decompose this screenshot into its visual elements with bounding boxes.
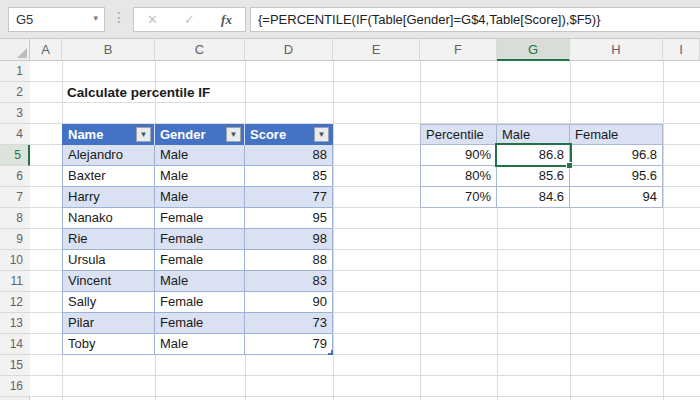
gender-cell[interactable]: Male bbox=[155, 271, 245, 292]
score-cell[interactable]: 95 bbox=[245, 208, 333, 229]
name-box[interactable]: G5 ▾ bbox=[8, 7, 105, 32]
select-all-triangle-icon bbox=[17, 48, 27, 58]
name-box-dropdown-icon[interactable]: ▾ bbox=[93, 13, 98, 23]
name-cell[interactable]: Sally bbox=[62, 292, 155, 313]
name-box-value: G5 bbox=[16, 10, 33, 30]
row-header-12[interactable]: 12 bbox=[0, 292, 30, 313]
header-cell-gender[interactable]: Gender ▼ bbox=[155, 124, 245, 145]
select-all-button[interactable] bbox=[0, 39, 30, 61]
score-cell[interactable]: 83 bbox=[245, 271, 333, 292]
row-header-5-selected[interactable]: 5 bbox=[0, 145, 30, 166]
row-header-4[interactable]: 4 bbox=[0, 124, 30, 145]
filter-dropdown-icon[interactable]: ▼ bbox=[314, 127, 329, 142]
name-cell[interactable]: Vincent bbox=[62, 271, 155, 292]
data-table: Name ▼ Gender ▼ Score ▼ Alejandro Male 8… bbox=[62, 124, 334, 355]
name-cell[interactable]: Rie bbox=[62, 229, 155, 250]
insert-function-icon[interactable]: fx bbox=[221, 8, 232, 31]
male-value-cell[interactable]: 85.6 bbox=[497, 166, 570, 187]
score-cell[interactable]: 90 bbox=[245, 292, 333, 313]
formula-input[interactable]: {=PERCENTILE(IF(Table[Gender]=G$4,Table[… bbox=[250, 7, 700, 32]
enter-icon[interactable]: ✓ bbox=[184, 8, 195, 31]
female-header-cell[interactable]: Female bbox=[570, 124, 663, 145]
column-header-a[interactable]: A bbox=[30, 39, 62, 61]
female-value-cell[interactable]: 96.8 bbox=[570, 145, 663, 166]
table-row: Vincent Male 83 bbox=[62, 271, 334, 292]
score-cell[interactable]: 85 bbox=[245, 166, 333, 187]
column-header-i[interactable]: I bbox=[663, 39, 700, 61]
row-header-6[interactable]: 6 bbox=[0, 166, 30, 187]
gender-cell[interactable]: Female bbox=[155, 250, 245, 271]
table-row: Ursula Female 88 bbox=[62, 250, 334, 271]
name-cell[interactable]: Pilar bbox=[62, 313, 155, 334]
column-header-c[interactable]: C bbox=[155, 39, 245, 61]
name-cell[interactable]: Ursula bbox=[62, 250, 155, 271]
formula-bar-buttons: ✕ ✓ fx bbox=[133, 7, 246, 32]
column-header-h[interactable]: H bbox=[570, 39, 663, 61]
score-cell[interactable]: 79 bbox=[245, 334, 333, 355]
column-header-f[interactable]: F bbox=[420, 39, 497, 61]
sheet-title[interactable]: Calculate percentile IF bbox=[67, 82, 210, 103]
gender-cell[interactable]: Female bbox=[155, 292, 245, 313]
gridline bbox=[570, 61, 571, 400]
female-value-cell[interactable]: 95.6 bbox=[570, 166, 663, 187]
name-cell[interactable]: Nanako bbox=[62, 208, 155, 229]
gender-cell[interactable]: Female bbox=[155, 229, 245, 250]
score-cell[interactable]: 73 bbox=[245, 313, 333, 334]
row-header-13[interactable]: 13 bbox=[0, 313, 30, 334]
male-value-cell-selected[interactable]: 86.8 bbox=[497, 145, 570, 166]
female-value-cell[interactable]: 94 bbox=[570, 187, 663, 208]
percentile-header-row: Percentile Male Female bbox=[420, 124, 664, 145]
column-header-g-selected[interactable]: G bbox=[497, 39, 570, 61]
percentile-header-cell[interactable]: Percentile bbox=[420, 124, 497, 145]
table-row: Sally Female 90 bbox=[62, 292, 334, 313]
table-row: Alejandro Male 88 bbox=[62, 145, 334, 166]
male-value-cell[interactable]: 84.6 bbox=[497, 187, 570, 208]
gender-cell[interactable]: Female bbox=[155, 208, 245, 229]
score-cell[interactable]: 88 bbox=[245, 250, 333, 271]
table-row: Pilar Female 73 bbox=[62, 313, 334, 334]
formula-bar-drag-dots-icon: ⋮ bbox=[112, 9, 126, 25]
male-header-cell[interactable]: Male bbox=[497, 124, 570, 145]
row-header-16[interactable]: 16 bbox=[0, 376, 30, 397]
name-cell[interactable]: Baxter bbox=[62, 166, 155, 187]
row-header-2[interactable]: 2 bbox=[0, 82, 30, 103]
name-cell[interactable]: Toby bbox=[62, 334, 155, 355]
header-cell-name[interactable]: Name ▼ bbox=[62, 124, 155, 145]
filter-dropdown-icon[interactable]: ▼ bbox=[226, 127, 241, 142]
percentile-row: 80% 85.6 95.6 bbox=[420, 166, 664, 187]
row-header-3[interactable]: 3 bbox=[0, 103, 30, 124]
column-header-b[interactable]: B bbox=[62, 39, 155, 61]
fill-handle[interactable] bbox=[566, 162, 573, 169]
gender-cell[interactable]: Male bbox=[155, 187, 245, 208]
row-header-15[interactable]: 15 bbox=[0, 355, 30, 376]
data-table-header-row: Name ▼ Gender ▼ Score ▼ bbox=[62, 124, 334, 145]
gridline bbox=[420, 61, 421, 400]
row-header-10[interactable]: 10 bbox=[0, 250, 30, 271]
row-header-8[interactable]: 8 bbox=[0, 208, 30, 229]
gender-cell[interactable]: Male bbox=[155, 145, 245, 166]
row-header-14[interactable]: 14 bbox=[0, 334, 30, 355]
name-cell[interactable]: Harry bbox=[62, 187, 155, 208]
gender-cell[interactable]: Female bbox=[155, 313, 245, 334]
column-header-d[interactable]: D bbox=[245, 39, 333, 61]
cancel-icon[interactable]: ✕ bbox=[147, 8, 158, 31]
formula-text: {=PERCENTILE(IF(Table[Gender]=G$4,Table[… bbox=[258, 10, 601, 30]
header-cell-score[interactable]: Score ▼ bbox=[245, 124, 333, 145]
percentile-cell[interactable]: 70% bbox=[420, 187, 497, 208]
percentile-cell[interactable]: 80% bbox=[420, 166, 497, 187]
table-resize-handle[interactable] bbox=[328, 350, 333, 355]
filter-dropdown-icon[interactable]: ▼ bbox=[136, 127, 151, 142]
row-header-11[interactable]: 11 bbox=[0, 271, 30, 292]
row-header-7[interactable]: 7 bbox=[0, 187, 30, 208]
gender-cell[interactable]: Male bbox=[155, 334, 245, 355]
score-cell[interactable]: 77 bbox=[245, 187, 333, 208]
score-cell[interactable]: 88 bbox=[245, 145, 333, 166]
percentile-row: 70% 84.6 94 bbox=[420, 187, 664, 208]
name-cell[interactable]: Alejandro bbox=[62, 145, 155, 166]
score-cell[interactable]: 98 bbox=[245, 229, 333, 250]
row-header-9[interactable]: 9 bbox=[0, 229, 30, 250]
percentile-cell[interactable]: 90% bbox=[420, 145, 497, 166]
gender-cell[interactable]: Male bbox=[155, 166, 245, 187]
column-header-e[interactable]: E bbox=[333, 39, 420, 61]
row-header-1[interactable]: 1 bbox=[0, 61, 30, 82]
